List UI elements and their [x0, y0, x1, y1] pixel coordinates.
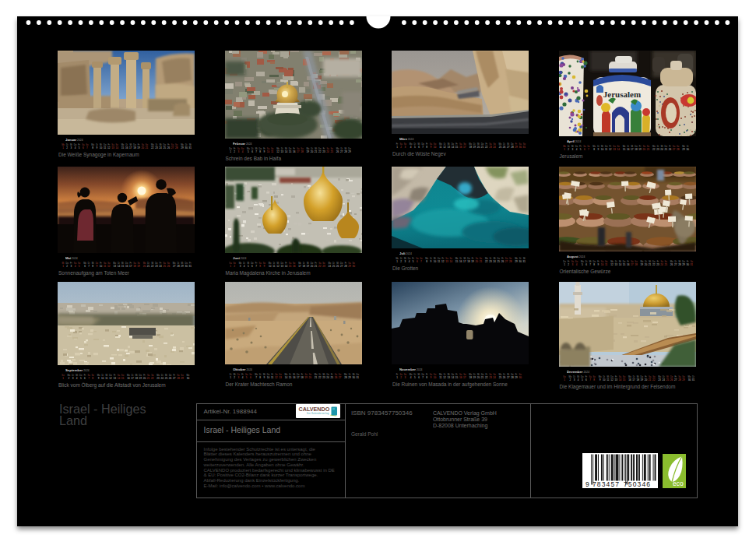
svg-text:26: 26 [169, 377, 172, 380]
svg-text:23: 23 [156, 377, 160, 380]
svg-text:30: 30 [519, 260, 522, 263]
svg-text:26: 26 [503, 376, 506, 379]
svg-text:11: 11 [607, 378, 609, 382]
svg-text:15: 15 [622, 378, 625, 382]
svg-text:7: 7 [86, 146, 88, 149]
svg-text:3: 3 [70, 265, 72, 268]
svg-text:21: 21 [481, 376, 484, 379]
svg-text:29: 29 [181, 146, 184, 149]
svg-text:12: 12 [610, 263, 614, 266]
svg-text:16: 16 [125, 146, 128, 149]
svg-text:20: 20 [310, 150, 313, 153]
svg-text:28: 28 [344, 150, 347, 153]
svg-text:5: 5 [245, 376, 247, 379]
svg-text:17: 17 [463, 260, 466, 263]
svg-text:3: 3 [573, 378, 575, 382]
svg-text:19: 19 [304, 376, 308, 379]
svg-text:1: 1 [62, 146, 64, 149]
svg-text:18: 18 [133, 265, 136, 268]
svg-text:19: 19 [471, 260, 474, 263]
svg-text:19: 19 [137, 146, 140, 149]
svg-text:19: 19 [139, 377, 142, 380]
svg-text:10: 10 [266, 376, 269, 379]
svg-text:6: 6 [84, 377, 86, 380]
svg-text:7: 7 [255, 376, 257, 379]
svg-text:29: 29 [348, 150, 351, 153]
svg-text:30: 30 [352, 376, 355, 379]
svg-text:28: 28 [678, 378, 681, 382]
svg-text:5: 5 [247, 265, 248, 268]
svg-text:22: 22 [485, 260, 488, 263]
svg-text:16: 16 [459, 376, 462, 379]
svg-text:1: 1 [230, 376, 231, 379]
svg-text:29: 29 [682, 148, 685, 151]
svg-text:10: 10 [600, 148, 603, 151]
svg-text:2: 2 [400, 146, 402, 149]
svg-text:8: 8 [593, 263, 595, 266]
svg-text:8: 8 [92, 146, 93, 149]
svg-text:15: 15 [455, 146, 459, 149]
svg-text:18: 18 [133, 146, 136, 149]
svg-text:5: 5 [413, 260, 414, 263]
svg-text:24: 24 [326, 150, 329, 153]
svg-text:8: 8 [426, 260, 427, 263]
svg-text:27: 27 [672, 148, 675, 151]
svg-text:13: 13 [113, 377, 116, 380]
svg-text:31: 31 [356, 376, 359, 379]
svg-text:11: 11 [271, 150, 273, 153]
svg-text:18: 18 [469, 146, 472, 149]
svg-text:16: 16 [127, 377, 130, 380]
svg-text:5: 5 [80, 377, 82, 380]
svg-text:7: 7 [420, 260, 422, 263]
svg-text:14: 14 [452, 146, 455, 149]
svg-text:10: 10 [100, 146, 103, 149]
svg-text:11: 11 [439, 146, 441, 149]
svg-text:25: 25 [497, 260, 500, 263]
svg-text:17: 17 [463, 376, 466, 379]
svg-text:24: 24 [660, 263, 663, 266]
svg-text:14: 14 [618, 378, 621, 382]
svg-text:16: 16 [292, 376, 295, 379]
svg-text:13: 13 [613, 148, 616, 151]
svg-text:11: 11 [105, 377, 107, 380]
svg-text:24: 24 [328, 265, 331, 268]
svg-text:17: 17 [131, 377, 134, 380]
svg-text:11: 11 [273, 265, 275, 268]
svg-text:20: 20 [477, 146, 480, 149]
svg-text:28: 28 [676, 148, 679, 151]
svg-text:6: 6 [249, 376, 251, 379]
svg-text:30: 30 [519, 376, 522, 379]
svg-text:1: 1 [62, 377, 64, 380]
svg-text:8: 8 [259, 265, 261, 268]
svg-text:6: 6 [417, 260, 418, 263]
svg-text:24: 24 [159, 146, 162, 149]
svg-text:14: 14 [618, 263, 621, 266]
svg-text:18: 18 [635, 148, 638, 151]
svg-text:10: 10 [434, 376, 437, 379]
svg-text:2: 2 [568, 148, 569, 151]
svg-text:18: 18 [636, 378, 639, 382]
svg-text:21: 21 [146, 146, 149, 149]
svg-text:eco: eco [673, 480, 684, 487]
svg-text:10: 10 [602, 378, 605, 382]
svg-text:4: 4 [409, 260, 410, 263]
svg-text:16: 16 [292, 265, 295, 268]
svg-text:26: 26 [167, 146, 171, 149]
svg-text:31: 31 [691, 378, 694, 382]
svg-text:26: 26 [336, 150, 339, 153]
svg-text:29: 29 [348, 376, 351, 379]
svg-text:4: 4 [76, 377, 78, 380]
svg-text:9: 9 [597, 263, 599, 266]
svg-text:20: 20 [644, 378, 647, 382]
svg-text:24: 24 [161, 377, 164, 380]
svg-text:25: 25 [330, 376, 333, 379]
svg-text:28: 28 [344, 265, 347, 268]
svg-text:18: 18 [467, 260, 470, 263]
svg-text:21: 21 [147, 377, 150, 380]
svg-text:21: 21 [481, 146, 484, 149]
svg-text:2: 2 [234, 150, 235, 153]
svg-text:2: 2 [234, 376, 235, 379]
svg-text:15: 15 [622, 148, 625, 151]
svg-text:27: 27 [338, 376, 341, 379]
svg-text:15: 15 [288, 265, 291, 268]
